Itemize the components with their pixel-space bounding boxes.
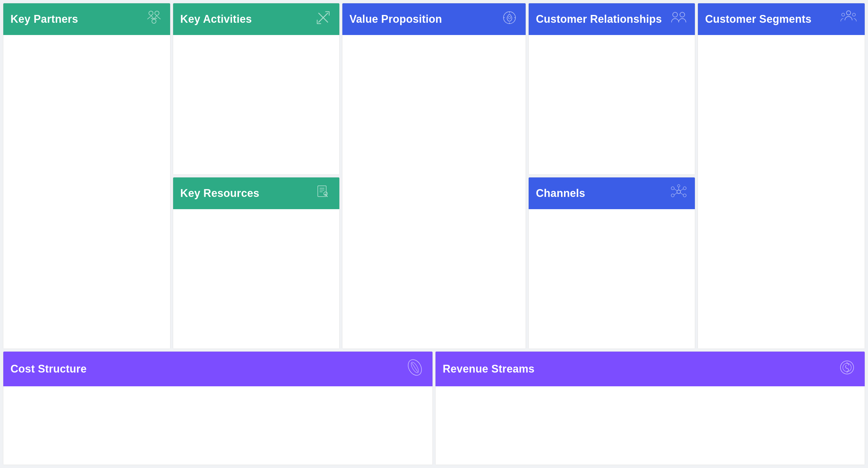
partners-icon	[145, 9, 163, 30]
svg-point-12	[503, 12, 516, 24]
value-proposition-title: Value Proposition	[349, 13, 442, 26]
cost-structure-header: Cost Structure	[3, 352, 433, 386]
activities-resources-column: Key Activities Key Resources	[173, 3, 340, 349]
key-activities-cell[interactable]: Key Activities	[173, 3, 340, 175]
cost-structure-cell[interactable]: Cost Structure	[3, 351, 433, 465]
revenue-icon	[837, 357, 858, 381]
customer-relationships-title: Customer Relationships	[536, 13, 662, 26]
svg-point-20	[677, 190, 681, 194]
channels-icon	[670, 183, 688, 204]
resources-icon	[314, 183, 332, 204]
channels-header: Channels	[529, 177, 695, 209]
key-resources-cell[interactable]: Key Resources	[173, 177, 340, 349]
channels-body[interactable]	[529, 209, 695, 348]
channels-cell[interactable]: Channels	[528, 177, 695, 349]
bottom-section: Cost Structure Revenue Streams	[3, 351, 865, 465]
activities-icon	[314, 9, 332, 30]
value-proposition-header: Value Proposition	[342, 3, 526, 35]
svg-point-21	[671, 187, 674, 190]
key-partners-title: Key Partners	[10, 13, 78, 26]
svg-point-2	[152, 19, 156, 23]
revenue-streams-title: Revenue Streams	[443, 363, 535, 375]
key-resources-header: Key Resources	[173, 177, 339, 209]
svg-point-24	[683, 194, 686, 197]
svg-point-38	[843, 363, 851, 372]
svg-point-19	[680, 12, 685, 17]
customer-segments-title: Customer Segments	[705, 13, 811, 26]
svg-line-26	[674, 189, 677, 191]
svg-point-13	[508, 16, 511, 19]
customer-segments-cell[interactable]: Customer Segments	[698, 3, 865, 349]
key-activities-title: Key Activities	[180, 13, 252, 26]
value-proposition-cell[interactable]: Value Proposition	[342, 3, 526, 349]
key-partners-body[interactable]	[3, 35, 170, 348]
customer-segments-header: Customer Segments	[698, 3, 865, 35]
svg-point-32	[842, 13, 845, 16]
revenue-streams-body[interactable]	[435, 386, 865, 465]
key-activities-body[interactable]	[173, 35, 339, 174]
svg-point-18	[673, 12, 678, 17]
customer-relationships-header: Customer Relationships	[529, 3, 695, 35]
key-resources-title: Key Resources	[180, 187, 259, 200]
channels-title: Channels	[536, 187, 585, 200]
svg-point-22	[683, 187, 686, 190]
key-partners-header: Key Partners	[3, 3, 170, 35]
key-partners-cell[interactable]: Key Partners	[3, 3, 170, 349]
svg-point-0	[149, 11, 153, 15]
svg-line-36	[412, 363, 418, 372]
revenue-streams-header: Revenue Streams	[435, 352, 865, 386]
svg-line-28	[674, 193, 677, 195]
svg-point-31	[846, 11, 850, 15]
value-proposition-body[interactable]	[342, 35, 526, 348]
svg-line-29	[680, 193, 683, 195]
svg-line-27	[680, 189, 683, 191]
cost-structure-title: Cost Structure	[10, 363, 87, 375]
svg-point-25	[678, 185, 680, 187]
svg-point-1	[155, 11, 159, 15]
svg-point-23	[671, 194, 674, 197]
cost-icon	[404, 357, 425, 381]
svg-point-33	[852, 13, 856, 16]
customer-segments-body[interactable]	[698, 35, 865, 348]
value-icon	[500, 9, 519, 30]
key-resources-body[interactable]	[173, 209, 339, 348]
customer-relationships-cell[interactable]: Customer Relationships	[528, 3, 695, 175]
relationships-channels-column: Customer Relationships Channels	[528, 3, 695, 349]
key-activities-header: Key Activities	[173, 3, 339, 35]
revenue-streams-cell[interactable]: Revenue Streams	[435, 351, 865, 465]
relationships-icon	[670, 9, 688, 30]
top-section: Key Partners	[3, 3, 865, 349]
customer-relationships-body[interactable]	[529, 35, 695, 174]
segments-icon	[840, 9, 858, 30]
business-model-canvas: Key Partners	[0, 0, 868, 468]
cost-structure-body[interactable]	[3, 386, 433, 465]
